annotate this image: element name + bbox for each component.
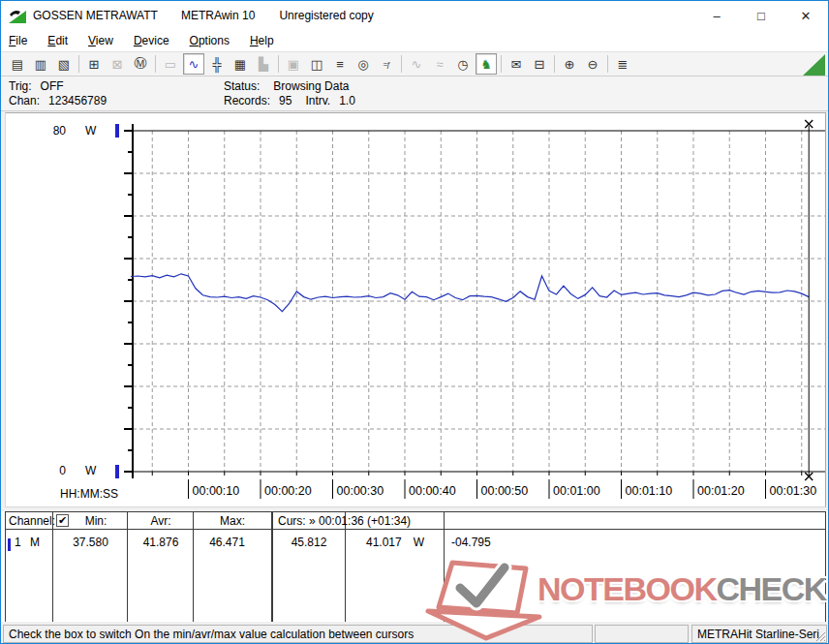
toolbar-separator <box>554 55 555 73</box>
channel-color-marker <box>8 538 11 551</box>
menu-options[interactable]: Options <box>190 34 230 47</box>
print-report-icon[interactable]: ✉ <box>506 53 527 75</box>
chan-label: Chan: <box>9 94 40 107</box>
chart-panel: 00:00:1000:00:2000:00:3000:00:4000:00:50… <box>5 112 826 507</box>
header-cursor: Curs: » 00:01:36 (+01:34) <box>278 514 411 528</box>
timer-read-icon[interactable]: ◷ <box>452 53 474 75</box>
svg-text:00:00:30: 00:00:30 <box>337 484 384 498</box>
y-axis-bottom-marker <box>115 465 119 478</box>
svg-text:00:01:00: 00:01:00 <box>553 484 600 498</box>
row-cursor2-value: 41.017 <box>366 536 402 549</box>
statusbar-device: METRAHit Starline-Seri <box>691 625 827 643</box>
clear-device-icon: ⊠ <box>107 53 128 75</box>
header-min: Min: <box>66 514 126 528</box>
minimize-button[interactable]: – <box>694 1 739 30</box>
zoom-out-icon[interactable]: ⊖ <box>582 53 603 75</box>
channel-config-icon[interactable]: ≡ <box>329 53 351 75</box>
resize-grip-icon[interactable] <box>814 629 825 641</box>
records-value: 95 <box>279 94 292 107</box>
svg-text:00:01:20: 00:01:20 <box>697 484 745 498</box>
header-avr: Avr: <box>129 514 193 528</box>
y-axis-top-marker <box>115 124 119 138</box>
statusbar-empty-panel <box>595 625 689 643</box>
formula-icon[interactable]: =ƒ <box>376 53 397 75</box>
table-view-icon[interactable]: ▦ <box>230 53 251 75</box>
menu-bar: FileEditViewDeviceOptionsHelp <box>1 30 828 51</box>
row-max-value: 46.471 <box>195 536 260 549</box>
toolbar-separator <box>607 55 608 73</box>
open-file-icon[interactable]: ▧ <box>53 53 75 75</box>
menu-help[interactable]: Help <box>250 34 274 47</box>
menu-device[interactable]: Device <box>134 34 169 47</box>
y-axis-max-label: 80 <box>39 124 66 138</box>
table-col-divider <box>52 511 53 622</box>
svg-text:00:00:40: 00:00:40 <box>409 484 456 498</box>
toolbar-separator <box>501 55 502 73</box>
statusbar-message: Check the box to switch On the min/avr/m… <box>3 625 593 643</box>
row-avr-value: 41.876 <box>129 536 193 549</box>
row-cursor2-unit: W <box>414 536 424 549</box>
zoom-in-icon[interactable]: ⊕ <box>559 53 580 75</box>
menu-view[interactable]: View <box>88 34 113 47</box>
wave-single-icon: ∿ <box>406 53 427 75</box>
print-icon[interactable]: ⊟ <box>529 53 550 75</box>
toolbar: ▤▥▧⊞⊠Ⓜ▭∿╬▦▙▣◫≡◎=ƒ∿≈◷♞✉⊟⊕⊖≣ <box>1 51 828 77</box>
trig-label: Trig: <box>9 79 32 93</box>
table-col-divider-thick <box>271 511 273 622</box>
store-data-icon[interactable]: ▤ <box>7 53 28 75</box>
menu-file[interactable]: File <box>9 34 27 47</box>
y-axis-unit-bottom: W <box>85 464 96 477</box>
maximize-button[interactable]: □ <box>739 1 783 30</box>
svg-text:00:00:10: 00:00:10 <box>193 484 240 498</box>
status-left-column: Trig:OFF Chan:123456789 <box>9 79 107 108</box>
toolbar-corner-triangle <box>803 54 825 76</box>
y-axis-unit-top: W <box>85 124 96 138</box>
window-controls: – □ ✕ <box>694 1 828 30</box>
menu-edit[interactable]: Edit <box>47 34 68 47</box>
table-border-left <box>5 511 6 622</box>
save-file-icon[interactable]: ▥ <box>30 53 51 75</box>
wave-dense-icon: ≈ <box>429 53 450 75</box>
svg-text:00:01:10: 00:01:10 <box>626 484 673 498</box>
svg-text:00:00:20: 00:00:20 <box>264 484 312 498</box>
close-button[interactable]: ✕ <box>783 1 828 30</box>
row-delta-value: -04.795 <box>451 536 491 549</box>
metrawin-window: GOSSEN METRAWATT METRAwin 10 Unregistere… <box>0 0 829 644</box>
interval-label: Intrv. <box>305 94 330 107</box>
app-icon-swoosh <box>10 11 20 16</box>
y-axis-min-label: 0 <box>39 464 66 477</box>
curve-view-icon[interactable]: ∿ <box>183 53 204 75</box>
row-min-value: 37.580 <box>54 536 127 549</box>
title-app: METRAwin 10 <box>181 9 255 22</box>
toolbar-separator <box>155 55 156 73</box>
svg-text:00:00:50: 00:00:50 <box>481 484 529 498</box>
read-device-icon[interactable]: ⊞ <box>83 53 105 75</box>
tooltip-icon[interactable]: ≣ <box>612 53 633 75</box>
table-border-right <box>825 511 826 622</box>
cursor-view-icon[interactable]: ╬ <box>206 53 228 75</box>
bar-view-icon: ▙ <box>253 53 274 75</box>
row-cursor1-value: 45.812 <box>273 536 345 549</box>
live-view-icon[interactable]: ◎ <box>353 53 374 75</box>
x-axis-format-label: HH:MM:SS <box>60 487 118 501</box>
pc-store-icon[interactable]: ◫ <box>306 53 327 75</box>
row-channel-mode: M <box>30 536 40 549</box>
title-bar: GOSSEN METRAWATT METRAwin 10 Unregistere… <box>1 1 828 30</box>
results-table: Channel: ✔ Min: Avr: Max: Curs: » 00:01:… <box>1 511 829 622</box>
status-bar: Check the box to switch On the min/avr/m… <box>1 624 828 644</box>
app-icon <box>9 9 26 23</box>
online-mode-icon[interactable]: ♞ <box>476 53 497 75</box>
row-channel-number: 1 <box>15 536 21 549</box>
svg-text:00:01:30: 00:01:30 <box>770 484 817 498</box>
read-memory-icon[interactable]: Ⓜ <box>130 53 151 75</box>
chan-value: 123456789 <box>48 94 107 107</box>
title-license: Unregistered copy <box>279 9 373 22</box>
status-right-column: Status:Browsing Data Records:95Intrv.1.0 <box>224 79 355 108</box>
records-label: Records: <box>224 94 270 107</box>
table-col-divider <box>127 511 128 622</box>
header-channel: Channel: <box>9 514 55 528</box>
title-brand: GOSSEN METRAWATT <box>33 9 158 22</box>
series-channel-1-power <box>131 274 809 312</box>
numeric-view-icon: ▭ <box>160 53 181 75</box>
status-panel: Trig:OFF Chan:123456789 Status:Browsing … <box>1 77 828 111</box>
